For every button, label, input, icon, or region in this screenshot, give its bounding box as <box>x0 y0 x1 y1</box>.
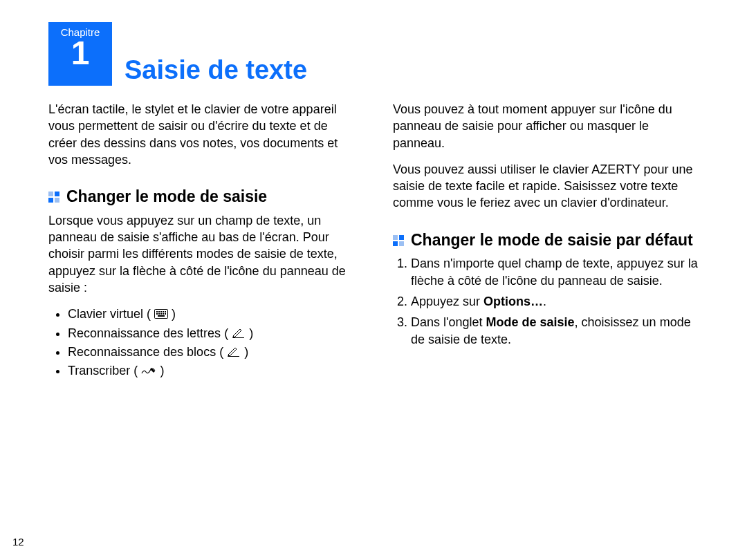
section-heading: Changer le mode de saisie par défaut <box>393 231 699 250</box>
step-text: Dans n'importe quel champ de texte, appu… <box>411 256 698 287</box>
svg-rect-5 <box>165 311 166 312</box>
bullet-after: ) <box>249 326 253 340</box>
right-column: Vous pouvez à tout moment appuyer sur l'… <box>393 98 699 382</box>
step-item: Appuyez sur Options…. <box>411 293 699 310</box>
bullet-text: Transcriber ( <box>68 364 138 377</box>
step-item: Dans n'importe quel champ de texte, appu… <box>411 255 699 289</box>
section-heading: Changer le mode de saisie <box>48 187 354 207</box>
svg-rect-9 <box>163 313 164 315</box>
bullet-text: Clavier virtuel ( <box>68 307 151 321</box>
section-bullet-icon <box>48 192 59 203</box>
bullet-text: Reconnaissance des lettres ( <box>68 326 228 340</box>
section-title: Changer le mode de saisie <box>66 187 267 207</box>
pencil-line-icon <box>227 344 241 361</box>
list-item: Reconnaissance des blocs ( ) <box>68 344 354 361</box>
svg-rect-6 <box>156 313 158 315</box>
steps-list: Dans n'importe quel champ de texte, appu… <box>393 255 699 347</box>
step-bold: Mode de saisie <box>486 315 575 329</box>
bullet-after: ) <box>172 307 176 321</box>
bullet-after: ) <box>160 364 164 377</box>
section-title: Changer le mode de saisie par défaut <box>411 231 693 250</box>
svg-rect-7 <box>158 313 160 315</box>
section-change-input-mode: Changer le mode de saisie Lorsque vous a… <box>48 187 354 380</box>
svg-rect-8 <box>160 313 162 315</box>
chapter-title: Saisie de texte <box>124 57 307 86</box>
step-text-after: . <box>543 295 546 308</box>
list-item: Transcriber ( ) <box>68 362 354 380</box>
section-body: Lorsque vous appuyez sur un champ de tex… <box>48 212 354 296</box>
left-column: L'écran tactile, le stylet et le clavier… <box>48 98 354 382</box>
step-bold: Options… <box>483 295 543 308</box>
right-paragraph-1: Vous pouvez à tout moment appuyer sur l'… <box>393 101 699 151</box>
pencil-line-icon <box>232 326 246 342</box>
input-mode-list: Clavier virtuel ( ) Reconnaissance des l… <box>48 306 354 380</box>
right-paragraph-2: Vous pouvez aussi utiliser le clavier AZ… <box>393 161 699 212</box>
svg-rect-2 <box>158 311 160 312</box>
list-item: Clavier virtuel ( ) <box>68 306 354 323</box>
svg-rect-10 <box>165 313 166 315</box>
chapter-header: Chapitre 1 Saisie de texte <box>48 22 699 86</box>
keyboard-icon <box>154 306 168 323</box>
svg-rect-4 <box>163 311 164 312</box>
step-item: Dans l'onglet Mode de saisie, choisissez… <box>411 314 699 348</box>
bullet-text: Reconnaissance des blocs ( <box>68 345 223 359</box>
svg-rect-3 <box>160 311 162 312</box>
svg-rect-11 <box>158 315 165 317</box>
intro-paragraph: L'écran tactile, le stylet et le clavier… <box>48 101 354 168</box>
step-text: Appuyez sur <box>411 295 483 308</box>
chapter-badge: Chapitre 1 <box>48 22 112 86</box>
bullet-after: ) <box>244 345 248 359</box>
page-number: 12 <box>12 536 24 548</box>
svg-rect-1 <box>156 311 158 312</box>
content-columns: L'écran tactile, le stylet et le clavier… <box>48 98 699 382</box>
section-change-default-mode: Changer le mode de saisie par défaut Dan… <box>393 231 699 348</box>
section-bullet-icon <box>393 235 404 246</box>
scribble-icon <box>141 364 156 380</box>
list-item: Reconnaissance des lettres ( ) <box>68 325 354 342</box>
step-text: Dans l'onglet <box>411 315 486 329</box>
chapter-number: 1 <box>54 37 107 70</box>
